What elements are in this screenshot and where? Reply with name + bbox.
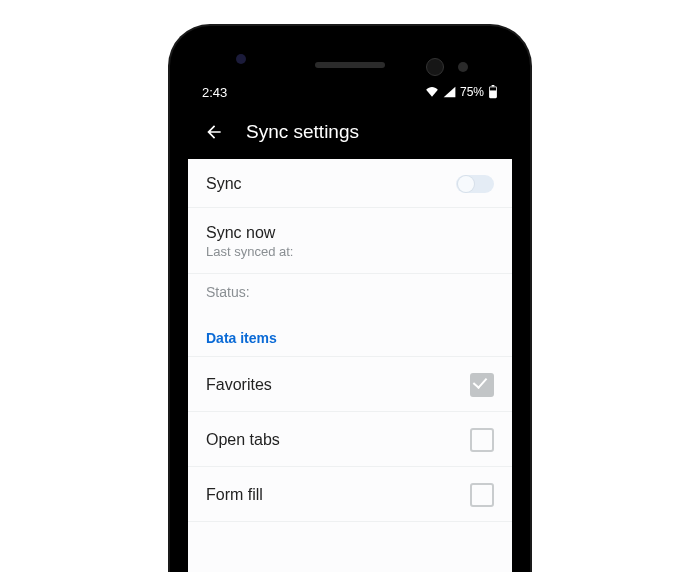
sync-toggle[interactable] — [456, 175, 494, 193]
data-item-label: Favorites — [206, 376, 272, 394]
data-item-row[interactable]: Open tabs — [188, 412, 512, 467]
sensor-dot — [458, 62, 468, 72]
data-item-label: Open tabs — [206, 431, 280, 449]
form-fill-checkbox[interactable] — [470, 483, 494, 507]
screen: 2:43 75% — [188, 79, 512, 572]
earpiece — [315, 62, 385, 68]
sync-label: Sync — [206, 175, 242, 193]
phone-frame: 2:43 75% — [170, 26, 530, 572]
title-bar: Sync settings — [188, 105, 512, 159]
wifi-icon — [425, 86, 439, 98]
status-row: Status: — [188, 274, 512, 308]
section-data-items: Data items — [188, 308, 512, 357]
sync-now-row[interactable]: Sync now Last synced at: — [188, 208, 512, 274]
status-time: 2:43 — [202, 85, 227, 100]
content: Sync Sync now Last synced at: Status: Da… — [188, 159, 512, 572]
data-item-label: Form fill — [206, 486, 263, 504]
back-button[interactable] — [204, 122, 224, 142]
data-item-row[interactable]: Form fill — [188, 467, 512, 522]
svg-rect-1 — [491, 85, 494, 87]
data-item-row[interactable]: Favorites — [188, 357, 512, 412]
last-synced-label: Last synced at: — [206, 244, 293, 259]
sensor-dot — [236, 54, 246, 64]
svg-rect-2 — [490, 87, 496, 90]
sync-now-label: Sync now — [206, 224, 275, 242]
signal-icon — [443, 86, 456, 98]
status-label: Status: — [206, 284, 250, 300]
back-arrow-icon — [204, 122, 224, 142]
page-title: Sync settings — [246, 121, 359, 143]
battery-icon — [488, 85, 498, 99]
open-tabs-checkbox[interactable] — [470, 428, 494, 452]
favorites-checkbox[interactable] — [470, 373, 494, 397]
toggle-knob — [458, 176, 474, 192]
sync-row[interactable]: Sync — [188, 159, 512, 208]
camera-dot — [426, 58, 444, 76]
status-bar: 2:43 75% — [188, 79, 512, 105]
battery-percent: 75% — [460, 85, 484, 99]
